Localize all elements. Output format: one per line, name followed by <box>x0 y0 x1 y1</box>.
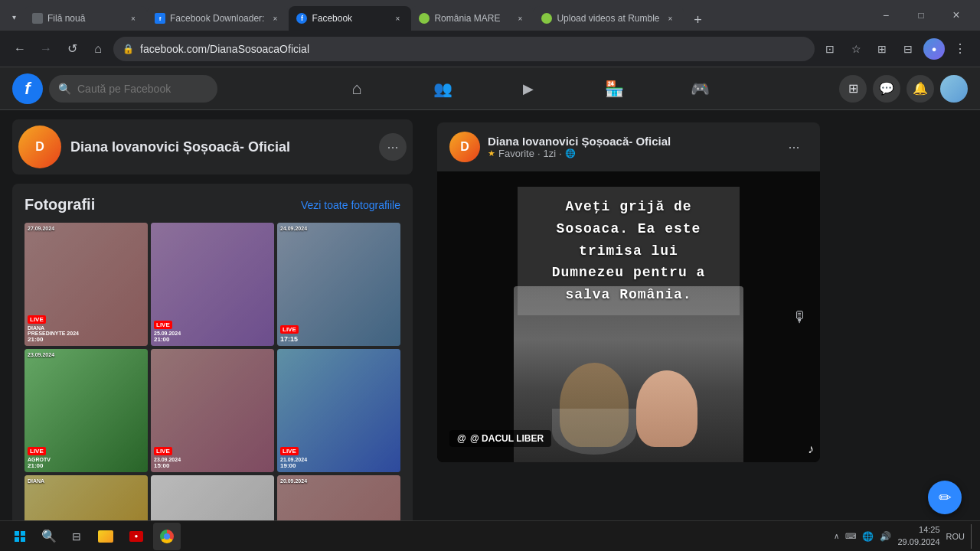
tab-romania-mare[interactable]: România MARE × <box>411 6 534 31</box>
nav-marketplace[interactable]: 🏪 <box>571 70 657 107</box>
url-bar[interactable]: 🔒 facebook.com/DianaSosoacaOficial <box>113 37 815 61</box>
extensions-button[interactable]: ⊞ <box>871 38 893 60</box>
tab-close-new[interactable]: × <box>127 12 139 24</box>
svg-rect-2 <box>15 537 19 542</box>
post-meta: ★ Favorite · 1zi · 🌐 <box>488 148 773 159</box>
marketplace-icon: 🏪 <box>605 80 624 98</box>
tab-close-rumble[interactable]: × <box>664 12 676 24</box>
chrome-profile-icon[interactable]: ● <box>923 38 945 60</box>
date-display: 29.09.2024 <box>897 536 939 548</box>
tray-expand[interactable]: ∧ <box>834 532 839 540</box>
profile-controls-button[interactable]: ⊟ <box>897 38 919 60</box>
photo-cell-3[interactable]: LIVE 17:15 24.09.2024 <box>277 223 400 346</box>
see-all-photos-link[interactable]: Vezi toate fotografiile <box>301 199 400 211</box>
new-tab-button[interactable]: + <box>687 9 708 31</box>
url-text[interactable]: facebook.com/DianaSosoacaOficial <box>140 43 805 55</box>
page-avatar: D <box>18 126 61 168</box>
photo-cell-1[interactable]: LIVE DIANA PRESEDINYTE 2024 21:00 27.09.… <box>24 223 148 346</box>
photo-cell-2[interactable]: LIVE 25.09.2024 21:00 <box>151 223 274 346</box>
photos-grid: LIVE DIANA PRESEDINYTE 2024 21:00 27.09.… <box>24 223 400 551</box>
post-more-button[interactable]: ··· <box>780 133 808 161</box>
photos-header: Fotografii Vezi toate fotografiile <box>24 196 400 214</box>
back-button[interactable]: ← <box>9 38 31 60</box>
tab-facebook-active[interactable]: f Facebook × <box>289 6 411 31</box>
post-text-overlay: Aveți grijă de Sosoaca. Ea este trimisa … <box>518 187 740 315</box>
taskbar-explorer[interactable] <box>92 523 119 550</box>
tab-chevron[interactable]: ▾ <box>6 3 21 31</box>
post-author-name[interactable]: Diana Iovanovici Șoșoacă- Oficial <box>488 135 773 148</box>
home-button[interactable]: ⌂ <box>87 38 109 60</box>
photo-cell-6[interactable]: LIVE 21.09.2024 19:00 <box>277 349 400 472</box>
tray-locale[interactable]: ROU <box>946 532 965 541</box>
apps-button[interactable]: ⊞ <box>839 75 867 103</box>
post-author-info: Diana Iovanovici Șoșoacă- Oficial ★ Favo… <box>488 135 773 159</box>
nav-home[interactable]: ⌂ <box>314 70 400 107</box>
tab-new-file[interactable]: Filă nouă × <box>24 6 147 31</box>
tab-close-fb[interactable]: × <box>391 12 403 24</box>
tab-close-romania[interactable]: × <box>514 12 526 24</box>
taskbar-camera[interactable]: ● <box>122 523 150 550</box>
photo-cell-5[interactable]: LIVE 23.09.2024 15:00 <box>151 349 274 472</box>
nav-center: ⌂ 👥 ▶ 🏪 🎮 <box>224 70 833 107</box>
facebook-logo[interactable]: f <box>12 73 43 104</box>
close-button[interactable]: × <box>939 0 974 31</box>
forward-button[interactable]: → <box>35 38 57 60</box>
meta-dot-2: · <box>559 148 562 159</box>
post-author-avatar[interactable]: D <box>449 132 480 162</box>
tab-rumble[interactable]: Upload videos at Rumble × <box>534 6 684 31</box>
tray-time: 14:25 29.09.2024 <box>897 524 939 548</box>
tab-label-dl: Facebook Downloader: <box>170 13 264 24</box>
post-watermark: @ @ DACUL LIBER <box>449 430 551 447</box>
post-time: 1zi <box>544 148 557 159</box>
page-header: D Diana Iovanovici Șoșoacă- Oficial ··· <box>12 119 413 174</box>
start-button[interactable] <box>6 523 34 550</box>
svg-rect-3 <box>21 537 25 542</box>
photos-section: Fotografii Vezi toate fotografiile LIVE … <box>12 184 413 551</box>
search-input[interactable] <box>77 83 208 95</box>
globe-icon: 🌐 <box>565 148 576 158</box>
tray-network[interactable]: 🌐 <box>862 531 874 542</box>
nav-watch[interactable]: ▶ <box>485 70 571 107</box>
tiktok-icon: ♪ <box>808 442 814 456</box>
tab-close-dl[interactable]: × <box>269 12 281 24</box>
compose-button[interactable]: ✏ <box>928 481 962 514</box>
windows-taskbar: 🔍 ⊟ ● ∧ ⌨ 🌐 🔊 14:25 29.09.2024 ROU <box>0 520 980 551</box>
tab-favicon-fb: f <box>296 13 307 24</box>
task-search[interactable]: 🔍 <box>37 524 61 549</box>
post-header: D Diana Iovanovici Șoșoacă- Oficial ★ Fa… <box>437 122 820 171</box>
watermark-at: @ <box>457 433 466 444</box>
friends-icon: 👥 <box>433 80 452 98</box>
post-card: D Diana Iovanovici Șoșoacă- Oficial ★ Fa… <box>437 122 820 462</box>
tray-volume[interactable]: 🔊 <box>880 531 891 542</box>
tab-fb-downloader[interactable]: f Facebook Downloader: × <box>147 6 289 31</box>
maximize-button[interactable]: □ <box>903 0 939 31</box>
messenger-button[interactable]: 💬 <box>873 75 900 103</box>
taskbar-chrome[interactable] <box>153 523 181 550</box>
post-text-line-2: Sosoaca. Ea este <box>530 218 727 240</box>
nav-gaming[interactable]: 🎮 <box>657 70 743 107</box>
tray-keyboard[interactable]: ⌨ <box>845 532 856 540</box>
tab-bar: ▾ Filă nouă × f Facebook Downloader: × f… <box>0 0 980 31</box>
nav-friends[interactable]: 👥 <box>400 70 485 107</box>
post-text-line-1: Aveți grijă de <box>530 196 727 218</box>
photo-cell-4[interactable]: LIVE AGROTV 21:00 23.09.2024 <box>24 349 148 472</box>
post-image[interactable]: Aveți grijă de Sosoaca. Ea este trimisa … <box>437 171 820 462</box>
security-lock-icon: 🔒 <box>122 44 134 54</box>
profile-avatar[interactable] <box>940 75 968 103</box>
search-icon: 🔍 <box>58 83 71 95</box>
facebook-search-bar[interactable]: 🔍 <box>49 75 217 103</box>
page-more-button[interactable]: ··· <box>379 133 407 161</box>
minimize-button[interactable]: − <box>868 0 903 31</box>
favorite-star-icon: ★ <box>488 148 495 158</box>
task-view[interactable]: ⊟ <box>64 524 89 549</box>
address-bar: ← → ↺ ⌂ 🔒 facebook.com/DianaSosoacaOfici… <box>0 31 980 67</box>
screen-cast-button[interactable]: ⊡ <box>819 38 841 60</box>
chrome-menu-button[interactable]: ⋮ <box>949 38 971 60</box>
reload-button[interactable]: ↺ <box>61 38 83 60</box>
home-icon: ⌂ <box>351 79 361 99</box>
bookmark-button[interactable]: ☆ <box>845 38 867 60</box>
notifications-button[interactable]: 🔔 <box>906 75 934 103</box>
tab-label-fb: Facebook <box>312 13 387 24</box>
right-panel: D Diana Iovanovici Șoșoacă- Oficial ★ Fa… <box>425 110 980 551</box>
show-desktop[interactable] <box>971 524 974 549</box>
